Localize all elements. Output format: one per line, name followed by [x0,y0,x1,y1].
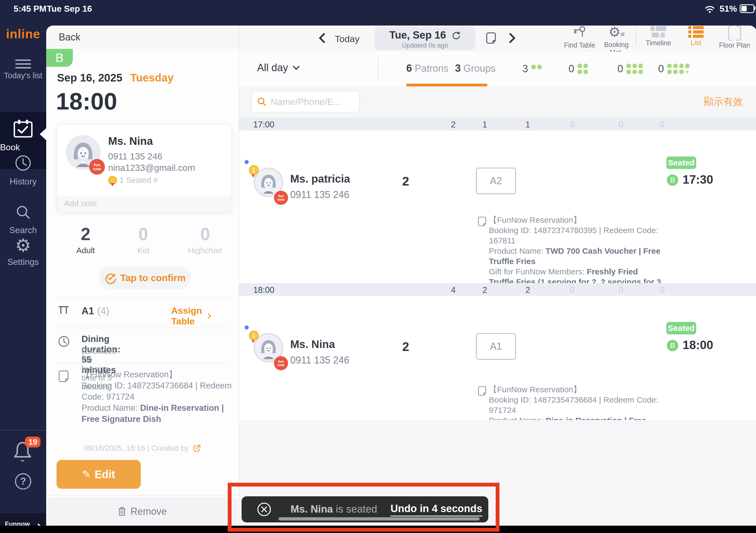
notifications-button[interactable]: 19 [11,439,34,464]
new-indicator-dot [245,326,249,330]
search-row: 顯示有效 [239,86,756,118]
wifi-icon [704,4,715,13]
party-highchair[interactable]: 0 Highchair [182,224,228,255]
remove-button[interactable]: Remove [47,497,237,526]
find-table-button[interactable]: Find Table [558,26,601,49]
selected-item-pointer [40,128,47,141]
clock-icon [14,154,32,172]
list-tabs-row: All day 6 Patrons 3 Groups 3 0 0 0 [239,52,756,86]
booking-mgt-icon: ⚙≡ [596,26,637,41]
sidebar-item-history[interactable]: History [0,154,46,187]
capacity-counter-6: 0 [617,63,643,75]
next-day-button[interactable] [509,33,516,43]
chevron-down-icon [292,65,300,71]
time-section-header: 18:00 4 2 2 0 0 0 [239,283,756,296]
note-product: Product Name: Dine-in Reservation | Free… [82,402,232,425]
day-note-icon[interactable] [486,32,496,44]
question-icon: ? [15,473,31,490]
pencil-icon: ✎ [82,468,91,480]
status-badge: B [46,49,73,67]
patrons-groups-tab[interactable]: 6 Patrons 3 Groups [406,63,496,74]
table-assignment-box[interactable]: A1 [476,333,516,360]
party-size: 2 [402,174,409,189]
check-circle-icon [104,272,117,284]
sidebar-item-label: Book [0,142,46,152]
reservation-date-line: Sep 16, 2025 Tuesday [57,72,174,84]
gear-icon: ⚙ [15,235,31,255]
customer-card[interactable]: funnow Ms. Nina 0911 135 246 nina1233@gm… [57,123,232,212]
sidebar: inline Today's list Book History Search … [0,17,46,533]
reservation-row[interactable]: 1 funnow Ms. patricia 0911 135 246 2 A2 … [239,130,756,283]
add-note-field[interactable]: Add note [57,196,231,211]
note-title: 【FunNow Reservation】 [82,369,232,380]
current-date: Tue, Sep 16 [390,29,446,41]
section-time: 17:00 [253,120,275,130]
search-input[interactable] [270,96,347,107]
panel-header: Back [46,26,239,49]
today-button[interactable]: Today [335,34,360,44]
loyalty-rank-badge: 1 [249,331,259,340]
seated-time: 17:30 [683,173,713,186]
reservation-note: 【FunNow Reservation】 Booking ID: 1487235… [82,369,232,425]
party-size: 2 [402,339,409,354]
sidebar-item-search[interactable]: Search [0,204,46,235]
refresh-icon[interactable] [451,30,461,40]
party-adult[interactable]: 2 Adult [73,224,98,255]
time-section-header: 17:00 2 1 1 0 0 0 [239,118,756,130]
annotation-highlight-rectangle [228,483,500,532]
section-time: 18:00 [253,285,275,295]
battery-percent: 51% [719,4,737,14]
sidebar-item-label: History [0,176,46,187]
search-icon [15,204,32,221]
clock-time: 5:45 PM [14,4,46,14]
all-day-dropdown[interactable]: All day [257,62,300,74]
back-button[interactable]: Back [59,32,80,43]
battery-icon [740,4,754,13]
table-capacity: (4) [97,306,109,317]
tap-to-confirm-button[interactable]: Tap to confirm [99,266,191,290]
show-valid-filter[interactable]: 顯示有效 [704,95,743,108]
created-by-row: 09/16/2025, 16:16 | Created by [46,444,239,453]
table-icon [58,304,69,316]
note-icon [58,370,69,383]
reservation-row[interactable]: 1 funnow Ms. Nina 0911 135 246 2 A1 Seat… [239,296,756,420]
capacity-counter-4: 0 [569,63,588,75]
reservation-weekday: Tuesday [130,72,174,84]
search-icon [256,96,267,107]
status-badge-seated: Seated [666,156,696,169]
edit-button[interactable]: ✎ Edit [57,460,141,489]
funnow-badge: funnow [274,191,288,205]
search-field[interactable] [251,91,360,113]
note-icon [478,386,486,396]
sidebar-item-label: Search [0,225,46,235]
sidebar-item-todays-list[interactable]: Today's list [0,57,46,80]
list-view-button[interactable]: List [677,26,715,47]
customer-email: nina1233@gmail.com [108,163,195,173]
date-picker[interactable]: Tue, Sep 16 Updated 0s ago [375,27,475,50]
customer-phone: 0911 135 246 [108,151,162,162]
floor-plan-icon [728,26,741,41]
party-kid[interactable]: 0 Kid [131,224,155,255]
sidebar-item-settings[interactable]: ⚙ Settings [0,236,46,267]
note-booking: Booking ID: 14872354736684 | Redeem Code… [82,380,232,402]
active-tab-underline [406,84,487,86]
reservation-detail-panel: Back B Sep 16, 2025 Tuesday 18:00 funnow… [46,26,239,533]
booking-type-badge: B [667,174,678,186]
main-toolbar: Today Tue, Sep 16 Updated 0s ago [239,26,756,52]
guest-name: Ms. Nina [290,338,335,350]
new-indicator-dot [245,160,249,164]
medal-icon [108,176,117,185]
find-table-icon [573,26,587,40]
funnow-badge: funnow [274,356,288,370]
floor-plan-button[interactable]: Floor Plan [714,26,755,49]
clock-icon [58,335,70,348]
booking-type-badge: B [667,340,678,351]
table-assignment-box[interactable]: A2 [476,168,516,194]
timeline-view-button[interactable]: Timeline [639,26,677,47]
external-link-icon[interactable] [193,444,201,452]
help-button[interactable]: ? [0,473,46,490]
guest-name: Ms. patricia [290,173,350,185]
assign-table-link[interactable]: Assign Table [171,306,211,327]
prev-day-button[interactable] [318,33,326,43]
funnow-badge: funnow [89,159,105,175]
